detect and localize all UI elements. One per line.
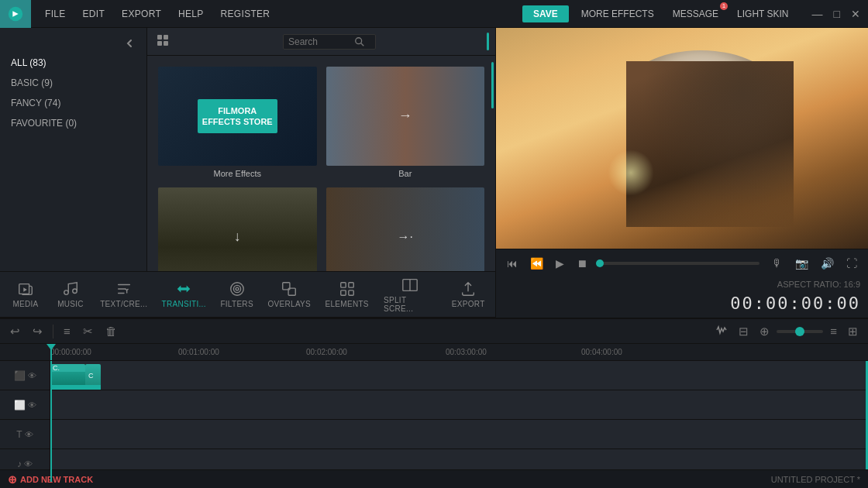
list-view-button[interactable]: ≡ (60, 322, 74, 340)
scrollbar-thumb (491, 62, 494, 108)
timeline-ruler: 00:00:00:00 00:01:00:00 00:02:00:00 00:0… (0, 344, 868, 361)
elements-icon (339, 280, 356, 297)
audio-track-eye[interactable]: 👁 (28, 400, 36, 410)
text-track-lane (50, 420, 868, 449)
svg-point-5 (356, 37, 362, 43)
volume-button[interactable]: 🔊 (816, 254, 839, 273)
save-button[interactable]: SAVE (522, 5, 569, 22)
right-panel: ⏮ ⏪ ▶ ⏹ 🎙 📷 🔊 ⛶ ASPECT RATIO: 16:9 00:00… (496, 28, 868, 318)
notification-badge: 1 (720, 2, 728, 10)
menu-edit[interactable]: EDIT (75, 5, 113, 22)
elements-label: ELEMENTS (326, 300, 369, 308)
tools-toolbar: MEDIA MUSIC TEXT/CRE... (0, 271, 495, 318)
step-back-button[interactable]: ⏪ (525, 254, 548, 273)
effect-thumb-more-effects: FILMORAEFFECTS STORE (158, 67, 317, 166)
svg-rect-18 (348, 290, 353, 295)
message-button[interactable]: MESSAGE (666, 5, 725, 22)
track-header-video: ⬛ 👁 (0, 361, 50, 390)
media-icon (17, 280, 34, 297)
undo-button[interactable]: ↩ (6, 322, 24, 341)
search-box (283, 34, 376, 50)
more-effects-button[interactable]: MORE EFFECTS (575, 5, 660, 22)
effect-bar[interactable]: Bar (322, 62, 490, 183)
scroll-indicator (487, 33, 489, 50)
category-fancy[interactable]: FANCY (74) (0, 93, 146, 113)
timecode-display: 00:00:00:00 (496, 292, 868, 318)
zoom-slider[interactable] (777, 330, 823, 333)
tool-transitions[interactable]: TRANSITI... (154, 276, 213, 313)
audio-track-lane (50, 390, 868, 420)
message-notification[interactable]: MESSAGE 1 (666, 5, 725, 22)
left-panel: ALL (83) BASIC (9) FANCY (74) FAVOURITE … (0, 28, 496, 318)
person-silhouette (626, 61, 794, 227)
mic-button[interactable]: 🎙 (767, 254, 787, 273)
playhead-line (50, 344, 52, 360)
tool-media[interactable]: MEDIA (3, 276, 48, 313)
video-track-icon: ⬛ (14, 370, 26, 381)
menu-export[interactable]: EXPORT (114, 5, 169, 22)
light-skin-button[interactable]: LIGHT SKIN (731, 5, 794, 22)
svg-rect-4 (164, 41, 168, 46)
layout-button[interactable]: ⊞ (844, 322, 862, 341)
video-clip[interactable]: C. (50, 364, 85, 387)
plus-icon: ⊕ (8, 473, 17, 486)
split-screen-icon (401, 277, 418, 294)
overlays-icon (281, 280, 298, 297)
cut-button[interactable]: ✂ (79, 322, 97, 341)
timeline-menu-button[interactable]: ≡ (826, 322, 841, 340)
tool-split-screen[interactable]: SPLIT SCRE... (376, 272, 444, 318)
video-clip-label[interactable]: C (85, 364, 101, 387)
video-track-eye[interactable]: 👁 (28, 371, 36, 380)
timeline-tracks: ⬛ 👁 ⬜ 👁 T 👁 ♪ 👁 (0, 361, 868, 482)
play-button[interactable]: ▶ (551, 254, 569, 273)
svg-rect-15 (340, 283, 345, 287)
menu-help[interactable]: HELP (170, 5, 212, 22)
tool-overlays[interactable]: OVERLAYS (260, 276, 318, 313)
close-button[interactable]: ✕ (846, 6, 865, 22)
tool-filters[interactable]: FILTERS (213, 276, 260, 313)
minimize-button[interactable]: — (808, 6, 828, 22)
restore-button[interactable]: □ (829, 6, 845, 22)
goto-start-button[interactable]: ⏮ (502, 254, 522, 273)
tool-text[interactable]: TEXT/CRE... (93, 276, 154, 313)
effect-slide2[interactable] (322, 183, 490, 271)
effects-content: FILMORAEFFECTS STORE More Effects Bar (147, 28, 495, 271)
video-track-lane: C. C (50, 361, 868, 390)
effects-grid: FILMORAEFFECTS STORE More Effects Bar (147, 56, 495, 271)
back-button[interactable] (0, 34, 146, 53)
zoom-out-button[interactable]: ⊟ (735, 322, 753, 341)
category-favourite[interactable]: FAVOURITE (0) (0, 113, 146, 133)
overlays-label: OVERLAYS (267, 300, 311, 308)
project-name: UNTITLED PROJECT * (771, 475, 860, 484)
track-header-audio: ⬜ 👁 (0, 390, 50, 420)
grid-view-button[interactable] (153, 33, 172, 50)
camera-button[interactable]: 📷 (790, 254, 813, 273)
waveform-button[interactable] (711, 321, 732, 341)
zoom-track (777, 330, 823, 333)
delete-button[interactable]: 🗑 (102, 322, 121, 340)
category-all[interactable]: ALL (83) (0, 53, 146, 73)
bottom-bar: ⊕ ADD NEW TRACK UNTITLED PROJECT * (0, 469, 868, 488)
menu-file[interactable]: FILE (37, 5, 74, 22)
effect-slide1[interactable] (153, 183, 322, 271)
category-basic[interactable]: BASIC (9) (0, 73, 146, 93)
menu-register[interactable]: REGISTER (213, 5, 278, 22)
music-track-eye[interactable]: 👁 (24, 459, 33, 469)
stop-button[interactable]: ⏹ (572, 254, 592, 273)
music-label: MUSIC (57, 300, 84, 308)
ruler-mark-2: 00:02:00:00 (306, 348, 347, 356)
timeline-section: ↩ ↪ ≡ ✂ 🗑 ⊟ ⊕ ≡ ⊞ 00:00:00:00 0 (0, 318, 868, 488)
filmora-store-label: FILMORAEFFECTS STORE (198, 99, 277, 134)
ruler-mark-4: 00:04:00:00 (581, 348, 622, 356)
fullscreen-button[interactable]: ⛶ (842, 254, 862, 273)
effect-more-effects[interactable]: FILMORAEFFECTS STORE More Effects (153, 62, 322, 183)
tool-elements[interactable]: ELEMENTS (318, 276, 376, 313)
redo-button[interactable]: ↪ (29, 322, 46, 341)
tool-music[interactable]: MUSIC (48, 276, 93, 313)
tool-export[interactable]: EXPORT (444, 276, 492, 313)
search-input[interactable] (288, 36, 354, 47)
text-label: TEXT/CRE... (100, 300, 147, 308)
text-track-eye[interactable]: 👁 (25, 430, 33, 439)
zoom-in-button[interactable]: ⊕ (756, 322, 773, 341)
progress-bar[interactable] (600, 262, 760, 265)
